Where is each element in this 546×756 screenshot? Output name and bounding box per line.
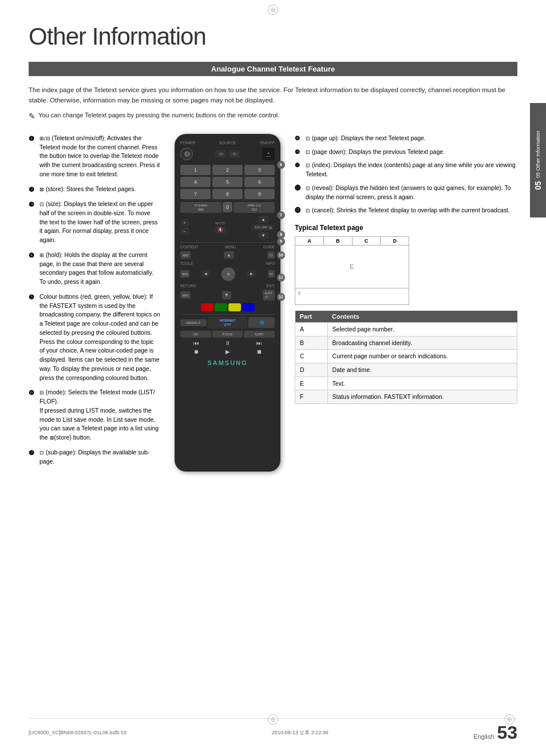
callout-12: 12 xyxy=(277,293,285,301)
list-item-9: ❾ ⊡ (page down): Displays the previous T… xyxy=(295,148,517,157)
remote-ttxmix-button[interactable]: TTX/MIX⊞⊟ xyxy=(180,202,221,213)
right-column: ❽ ⊡ (page up): Displays the next Teletex… xyxy=(295,134,517,472)
remote-red-button[interactable] xyxy=(201,303,213,311)
remote-btn-2[interactable]: 2 xyxy=(212,165,243,175)
remote-return-exit-labels: RETURN EXIT xyxy=(180,284,275,288)
teletext-footer: F xyxy=(295,288,409,299)
remote-guide-button[interactable]: ⊡ xyxy=(267,251,275,259)
remote-vol-up[interactable]: + xyxy=(180,219,189,227)
remote-content-button[interactable]: ⊞⊟ xyxy=(180,251,191,259)
teletext-header: A B C D xyxy=(295,237,409,246)
teletext-f-label: F xyxy=(298,291,302,296)
remote-return-button[interactable]: ⊞⊟ xyxy=(180,291,191,299)
onoff-button[interactable]: ◁▷ xyxy=(228,150,240,158)
callout-10: 10 xyxy=(277,251,285,259)
remote-ok-button[interactable] xyxy=(221,267,235,281)
table-cell-contents-f: Status information. FASTEXT information. xyxy=(327,390,517,404)
remote-info-label: INFO xyxy=(266,262,275,266)
page-footer: [UC8000_XC]BN68-02697L-01L06.indb 53 201… xyxy=(29,718,517,742)
table-row: E Text. xyxy=(295,377,517,390)
table-header-contents: Contents xyxy=(327,311,517,323)
left-column: ❶ ⊞/⊟ (Teletext on/mix/off): Activates t… xyxy=(29,134,160,472)
section-header: Analogue Channel Teletext Feature xyxy=(29,62,517,76)
remote-content-menu-row-labels: CONTENT MENU GUIDE xyxy=(180,245,275,249)
table-cell-part-d: D xyxy=(295,363,328,377)
remote-forward-button[interactable]: ⏭ xyxy=(254,340,265,346)
callout-11: 11 xyxy=(277,274,285,282)
remote-ch-down[interactable]: ▼ xyxy=(258,232,268,239)
remote-mediap-button[interactable]: MEDIA.P xyxy=(180,319,207,326)
item-num-5: ❺ xyxy=(29,292,37,383)
item-text-1: ⊞/⊟ (Teletext on/mix/off): Activates the… xyxy=(39,134,160,179)
remote-guide-label: GUIDE xyxy=(263,245,275,249)
side-tab-number: 05 xyxy=(533,181,543,190)
remote-pause-button[interactable]: ⏸ xyxy=(222,340,234,346)
table-cell-part-c: C xyxy=(295,350,328,363)
remote-menu-up-button[interactable]: ▲ xyxy=(224,251,235,259)
remote-btn-7[interactable]: 7 xyxy=(180,189,211,199)
remote-power-label: POWER xyxy=(180,141,195,145)
remote-btn-0[interactable]: 0 xyxy=(223,202,232,212)
remote-exit-button[interactable]: EXIT⊡ xyxy=(263,290,275,300)
remote-record-button[interactable]: ⏺ xyxy=(191,349,202,355)
remote-internet-button[interactable]: INTERNET@TV xyxy=(208,317,248,328)
remote-yellow-button[interactable] xyxy=(228,303,241,311)
remote-nav-right[interactable]: ► xyxy=(247,270,256,278)
remote-prech-button[interactable]: PRE-CH⊡⊡ xyxy=(234,202,275,213)
item-text-7: ⊡ (sub-page): Displays the available sub… xyxy=(39,448,160,466)
item-text-3: ⊡ (size): Displays the teletext on the u… xyxy=(39,200,160,245)
remote-info-button[interactable]: i⊡ xyxy=(268,270,275,278)
remote-internet-icon[interactable]: 🌐 xyxy=(248,317,275,328)
remote-wrapper: POWER SOURCE ON/OFF ⏻ ◁▷ ◁▷ 6 xyxy=(172,134,283,472)
list-item-4: ❹ ⊞ (hold): Holds the display at the cur… xyxy=(29,251,160,287)
table-cell-contents-a: Selected page number. xyxy=(327,323,517,337)
item-num-3: ❸ xyxy=(29,200,37,245)
remote-vol-down[interactable]: − xyxy=(180,228,189,235)
remote-subt-button[interactable]: SUBT. xyxy=(244,331,275,338)
remote-mute-button[interactable]: 🔇 xyxy=(215,226,226,233)
remote-btn-4[interactable]: 4 xyxy=(180,177,211,187)
page: ⊕ 05 05 Other Information Other Informat… xyxy=(0,0,546,756)
teletext-title: Typical Teletext page xyxy=(295,224,517,232)
remote-btn-1[interactable]: 1 xyxy=(180,165,211,175)
remote-psize-button[interactable]: P.SIZE xyxy=(212,331,243,338)
list-item-5: ❺ Colour buttons (red, green, yellow, bl… xyxy=(29,292,160,383)
table-row: A Selected page number. xyxy=(295,323,517,337)
remote-nav-left[interactable]: ◄ xyxy=(201,270,210,278)
list-item-8: ❽ ⊡ (page up): Displays the next Teletex… xyxy=(295,134,517,143)
item-text-5: Colour buttons (red, green, yellow, blue… xyxy=(39,292,160,383)
source-button[interactable]: ◁▷ xyxy=(215,150,227,158)
remote-chlist-button[interactable]: CH LIST ⊟ xyxy=(252,224,275,231)
main-content: ❶ ⊞/⊟ (Teletext on/mix/off): Activates t… xyxy=(29,134,517,472)
table-header-part: Part xyxy=(295,311,328,323)
remote-rewind-button[interactable]: ⏮ xyxy=(191,340,202,346)
item-num-8: ❽ xyxy=(295,134,303,143)
remote-media-internet-row: MEDIA.P INTERNET@TV 🌐 xyxy=(180,317,275,328)
remote-color-buttons xyxy=(180,303,275,311)
remote-btn-9[interactable]: 9 xyxy=(244,189,275,199)
remote-menu-label: MENU xyxy=(225,245,236,249)
remote-play-button[interactable]: ▶ xyxy=(222,349,234,355)
remote-divider-1 xyxy=(180,242,275,243)
page-number-area: English 53 xyxy=(473,723,517,742)
remote-ch-up[interactable]: ▲ xyxy=(258,216,268,223)
remote-tools-nav-info-row: ⊞⊟ ◄ ► i⊡ xyxy=(180,267,275,281)
remote-btn-8[interactable]: 8 xyxy=(212,189,243,199)
list-item-7: ❼ ⊡ (sub-page): Displays the available s… xyxy=(29,448,160,466)
power-button[interactable]: ⏻ xyxy=(180,148,193,160)
remote-nav-down[interactable]: ▼ xyxy=(222,291,231,299)
remote-numpad: 1 2 3 4 5 6 7 8 9 xyxy=(180,165,275,199)
remote-btn-3[interactable]: 3 xyxy=(244,165,275,175)
remote-stop-button[interactable]: ⏹ xyxy=(254,349,265,355)
remote-blue-button[interactable] xyxy=(242,303,255,311)
remote-btn-6[interactable]: 6 xyxy=(244,177,275,187)
remote-ad-button[interactable]: AD xyxy=(180,331,211,338)
list-item-10: ❿ ⊡ (index): Displays the index (content… xyxy=(295,161,517,179)
remote-tools-button[interactable]: ⊞⊟ xyxy=(180,270,189,278)
remote-btn-5[interactable]: 5 xyxy=(212,177,243,187)
svg-rect-0 xyxy=(227,273,230,275)
remote-ttx-row: TTX/MIX⊞⊟ 0 PRE-CH⊡⊡ xyxy=(180,202,275,213)
table-row: D Date and time. xyxy=(295,363,517,377)
remote-green-button[interactable] xyxy=(215,303,227,311)
teletext-cell-a: A xyxy=(295,237,324,245)
